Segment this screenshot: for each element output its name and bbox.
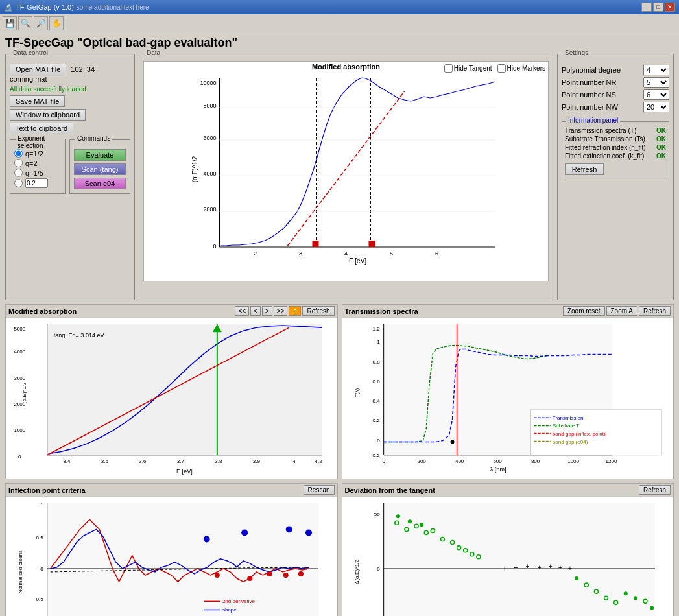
- exponent-label: Exponent selection: [16, 135, 65, 149]
- svg-point-136: [420, 523, 423, 527]
- deviation-refresh-button[interactable]: Refresh: [639, 485, 671, 495]
- svg-text:4: 4: [344, 250, 348, 257]
- svg-text:4000: 4000: [203, 171, 216, 177]
- svg-text:3.4: 3.4: [63, 458, 71, 464]
- save-tool-icon[interactable]: 💾: [3, 16, 17, 30]
- svg-text:1: 1: [377, 339, 380, 345]
- svg-rect-116: [383, 503, 654, 616]
- info-row-4: Fitted extinction coef. (k_fit) OK: [565, 152, 666, 160]
- svg-text:+: +: [568, 565, 572, 572]
- nav-btn-next[interactable]: >: [262, 306, 272, 316]
- deviation-controls: Refresh: [639, 485, 671, 495]
- svg-text:0: 0: [377, 566, 380, 572]
- svg-text:200: 200: [417, 458, 426, 464]
- title-bar: 🔬 TF-GetGap (v 1.0) some additional text…: [0, 0, 679, 14]
- svg-point-157: [633, 596, 637, 600]
- deviation-chart: Deviation from the tangent Refresh 50 0 …: [342, 483, 674, 616]
- scan-tang-button[interactable]: Scan (tang): [74, 163, 126, 175]
- radio-q-half[interactable]: q=1/2: [14, 149, 61, 158]
- close-button[interactable]: ✕: [665, 3, 675, 12]
- commands-label: Commands: [75, 135, 112, 142]
- svg-text:E [eV]: E [eV]: [349, 257, 366, 265]
- svg-text:5: 5: [390, 250, 393, 257]
- zoom-a-button[interactable]: Zoom A: [606, 306, 637, 316]
- svg-text:50: 50: [374, 512, 379, 517]
- toolbar: 💾 🔍 🔎 ✋: [0, 14, 679, 32]
- info-refresh-button[interactable]: Refresh: [565, 163, 604, 175]
- zoom-reset-button[interactable]: Zoom reset: [563, 306, 605, 316]
- point-ns-select[interactable]: 648: [643, 89, 669, 100]
- radio-q-custom[interactable]: [14, 178, 61, 188]
- svg-point-106: [267, 571, 272, 576]
- c-button[interactable]: c: [289, 306, 301, 316]
- deviation-title: Deviation from the tangent: [345, 486, 435, 494]
- nav-btn-prev-prev[interactable]: <<: [235, 306, 249, 316]
- custom-exponent-input[interactable]: [25, 178, 48, 188]
- svg-text:600: 600: [493, 458, 502, 464]
- deviation-svg: 50 0 -50 -0.2 -0.1 0 0.1 0.2 Δ E [eV] Δ(…: [342, 497, 674, 616]
- svg-text:1.2: 1.2: [372, 326, 380, 332]
- open-mat-button[interactable]: Open MAT file: [10, 64, 66, 75]
- radio-q-2[interactable]: q=2: [14, 159, 61, 167]
- svg-text:0: 0: [382, 458, 385, 464]
- point-nr-select[interactable]: 537: [643, 77, 669, 88]
- svg-text:Δ(α.E)^1/2: Δ(α.E)^1/2: [354, 559, 360, 584]
- nav-btn-next-next[interactable]: >>: [274, 306, 288, 316]
- svg-text:0.6: 0.6: [372, 379, 380, 385]
- mod-abs-title: Modified absorption: [8, 307, 77, 315]
- trans-svg: -0.2 0 0.2 0.4 0.6 0.8 1 1.2 0 200 400 6…: [342, 318, 674, 475]
- svg-point-151: [575, 576, 578, 580]
- data-panel-label: Data: [145, 49, 162, 56]
- app-icon: 🔬: [4, 3, 13, 12]
- zoom-out-icon[interactable]: 🔎: [34, 16, 48, 30]
- svg-rect-18: [313, 241, 319, 247]
- pan-icon[interactable]: ✋: [49, 16, 64, 30]
- inflection-controls: Rescan: [304, 485, 335, 495]
- poly-degree-select[interactable]: 435: [643, 65, 669, 75]
- point-nw-label: Point number NW: [562, 103, 618, 111]
- svg-text:4: 4: [293, 458, 296, 464]
- trans-header: Transmission spectra Zoom reset Zoom A R…: [342, 305, 674, 318]
- data-control-panel: Data control Open MAT file 102_34 cornin…: [5, 54, 135, 300]
- inflection-title: Inflection point criteria: [8, 486, 86, 494]
- minimize-button[interactable]: _: [641, 3, 652, 12]
- svg-text:E [eV]: E [eV]: [176, 468, 193, 475]
- svg-line-17: [288, 91, 405, 246]
- info-row-2: Substrate Transmission (Ts) OK: [565, 136, 666, 143]
- rescan-button[interactable]: Rescan: [304, 485, 335, 495]
- svg-text:1000: 1000: [567, 458, 579, 464]
- hide-options: Hide Tangent Hide Markers: [444, 64, 545, 73]
- mod-abs-controls: << < > >> c Refresh: [235, 306, 334, 316]
- svg-text:3.7: 3.7: [177, 458, 185, 464]
- text-clipboard-button[interactable]: Text to clipboard: [10, 123, 73, 134]
- svg-text:shape: shape: [222, 607, 237, 613]
- svg-text:+: +: [525, 563, 529, 570]
- inflection-header: Inflection point criteria Rescan: [6, 484, 337, 497]
- svg-point-134: [396, 514, 399, 518]
- svg-text:+: +: [548, 563, 552, 570]
- mod-abs-refresh-button[interactable]: Refresh: [302, 306, 334, 316]
- evaluate-button[interactable]: Evaluate: [74, 149, 126, 161]
- svg-point-105: [247, 576, 252, 581]
- scan-e04-button[interactable]: Scan e04: [74, 178, 126, 189]
- svg-text:400: 400: [455, 458, 464, 464]
- maximize-button[interactable]: □: [653, 3, 663, 12]
- save-mat-button[interactable]: Save MAT file: [10, 95, 65, 107]
- app-title: TF-SpecGap "Optical bad-gap evaluaiton": [5, 36, 674, 50]
- svg-text:Transmission: Transmission: [552, 415, 583, 421]
- svg-point-108: [298, 571, 304, 576]
- title-bar-subtitle: some additional text here: [77, 4, 149, 11]
- svg-text:10000: 10000: [200, 80, 216, 86]
- svg-text:+: +: [514, 564, 518, 571]
- nav-btn-prev[interactable]: <: [250, 306, 261, 316]
- svg-text:-0.2: -0.2: [370, 453, 379, 458]
- trans-refresh-button[interactable]: Refresh: [639, 306, 671, 316]
- zoom-in-icon[interactable]: 🔍: [18, 16, 32, 30]
- settings-panel: Settings Polynomial degree 435 Point num…: [557, 54, 674, 300]
- point-nw-select[interactable]: 201030: [643, 102, 669, 112]
- svg-text:6: 6: [435, 250, 438, 257]
- svg-point-102: [286, 526, 292, 532]
- window-clipboard-button[interactable]: Window to clipboard: [10, 109, 86, 121]
- radio-q-fifth[interactable]: q=1/5: [14, 169, 61, 177]
- svg-text:Normalised criteria: Normalised criteria: [18, 550, 23, 594]
